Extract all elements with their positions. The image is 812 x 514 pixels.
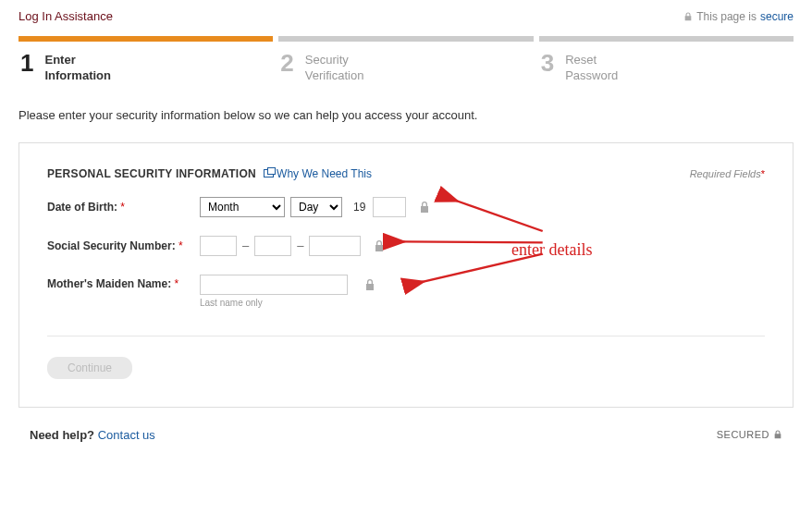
secure-note: This page is secure — [683, 10, 794, 23]
dob-row: Date of Birth: * Month Day 19 — [47, 197, 765, 217]
contact-us-link[interactable]: Contact us — [98, 428, 155, 442]
dob-label: Date of Birth: — [47, 201, 117, 214]
required-asterisk: * — [175, 277, 179, 290]
secure-link[interactable]: secure — [760, 10, 794, 23]
step-3-number: 3 — [541, 51, 554, 75]
step-2: 2 Security Verification — [278, 36, 533, 84]
dob-year-input[interactable] — [373, 197, 406, 217]
required-asterisk: * — [120, 201, 125, 214]
dob-year-prefix: 19 — [353, 201, 365, 214]
maiden-helper-text: Last name only — [200, 298, 375, 308]
step-1: 1 Enter Information — [18, 36, 273, 84]
divider — [47, 336, 765, 337]
required-fields-note: Required Fields* — [690, 168, 765, 179]
step-2-line1: Security — [305, 53, 364, 68]
lock-icon — [364, 278, 375, 291]
step-1-line1: Enter — [44, 53, 111, 68]
continue-button[interactable]: Continue — [47, 357, 132, 379]
dob-day-select[interactable]: Day — [290, 197, 342, 217]
step-3-line1: Reset — [565, 53, 618, 68]
lock-icon — [374, 239, 385, 252]
step-3: 3 Reset Password — [539, 36, 794, 84]
ssn-label: Social Security Number: — [47, 239, 176, 252]
ssn-part-2-input[interactable] — [254, 236, 291, 256]
security-panel: PERSONAL SECURITY INFORMATION Why We Nee… — [18, 142, 794, 408]
maiden-label: Mother's Maiden Name: — [47, 277, 171, 290]
step-1-number: 1 — [20, 51, 33, 75]
dob-month-select[interactable]: Month — [200, 197, 285, 217]
progress-steps: 1 Enter Information 2 Security Verificat… — [18, 36, 794, 84]
need-help-label: Need help? — [30, 428, 94, 442]
step-2-line2: Verification — [305, 68, 364, 84]
lock-icon — [683, 12, 693, 21]
why-link-text: Why We Need This — [277, 167, 372, 180]
secure-prefix: This page is — [696, 10, 757, 23]
step-1-line2: Information — [44, 68, 111, 84]
maiden-name-input[interactable] — [200, 275, 348, 295]
panel-title: PERSONAL SECURITY INFORMATION — [47, 167, 256, 180]
annotation-text: enter details — [511, 240, 592, 260]
maiden-row: Mother's Maiden Name: * Last name only — [47, 275, 765, 308]
step-3-line2: Password — [565, 68, 618, 84]
secured-tag: SECURED — [717, 429, 782, 440]
required-asterisk: * — [178, 239, 183, 252]
lock-icon — [773, 430, 782, 439]
ssn-dash: – — [242, 239, 249, 252]
ssn-part-3-input[interactable] — [309, 236, 361, 256]
ssn-row: Social Security Number: * – – — [47, 236, 765, 256]
ssn-part-1-input[interactable] — [200, 236, 237, 256]
ssn-dash: – — [297, 239, 303, 252]
why-we-need-this-link[interactable]: Why We Need This — [264, 167, 372, 180]
popup-icon — [264, 169, 274, 177]
page-title: Log In Assistance — [18, 9, 113, 23]
step-2-number: 2 — [280, 51, 293, 75]
intro-text: Please enter your security information b… — [18, 108, 794, 122]
lock-icon — [419, 201, 430, 214]
